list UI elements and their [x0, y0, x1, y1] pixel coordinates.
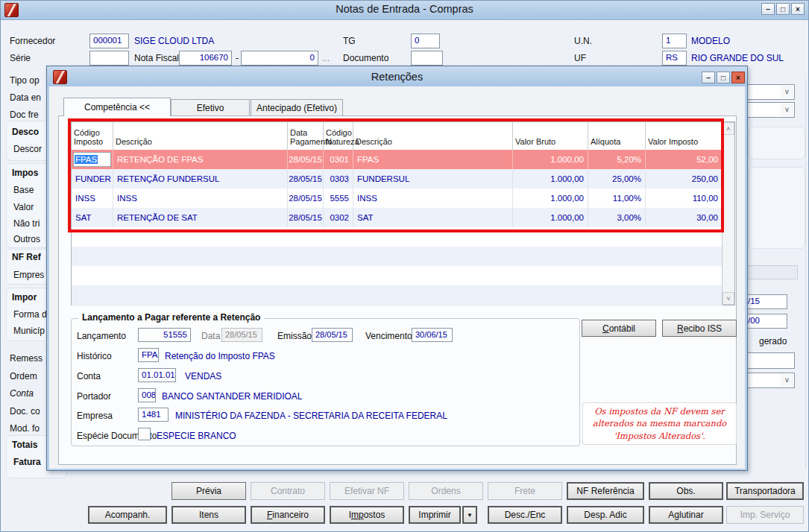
scroll-up-icon[interactable]: ˄	[723, 122, 734, 135]
empresa-desc: MINISTÉRIO DA FAZENDA - SECRETARIA DA RE…	[175, 411, 447, 421]
impostos-button[interactable]: Impostos	[330, 506, 404, 524]
vertical-scrollbar[interactable]: ˄ ˅	[722, 122, 734, 305]
cell-valor-bruto[interactable]: 1.000,00	[513, 208, 588, 227]
cell-valor-bruto[interactable]: 1.000,00	[513, 150, 588, 169]
cell-data-pagamento[interactable]: 28/05/15	[288, 169, 324, 189]
imprimir-dropdown-button[interactable]: ▼	[462, 506, 477, 524]
previa-button[interactable]: Prévia	[171, 482, 246, 500]
cell-data-pagamento[interactable]: 28/05/15	[288, 208, 324, 227]
cell-codigo-natureza[interactable]: 0302	[324, 208, 353, 227]
cell-descricao[interactable]: INSS	[113, 189, 288, 208]
nf-referencia-button[interactable]: NF Referência	[567, 482, 644, 500]
portador-code-field[interactable]: 008	[138, 388, 156, 402]
cell-valor-imposto[interactable]: 52,00	[646, 150, 723, 169]
nota-fiscal-field[interactable]: 106670	[179, 51, 232, 66]
un-field[interactable]: 1	[662, 34, 687, 48]
close-button[interactable]: ×	[791, 3, 805, 15]
especie-documento-box[interactable]	[138, 428, 151, 440]
itens-button[interactable]: Itens	[171, 506, 246, 524]
tg-label: TG	[343, 36, 356, 46]
recibo-iss-button[interactable]: Recibo ISS	[662, 320, 737, 337]
cell-valor-imposto[interactable]: 110,00	[646, 189, 723, 208]
cell-descricao-natureza[interactable]: INSS	[353, 189, 513, 208]
uf-field[interactable]: RS	[662, 51, 687, 66]
table-empty-row	[72, 266, 723, 286]
serie-field[interactable]	[89, 51, 129, 66]
tab-competencia[interactable]: Competência <<	[63, 98, 171, 116]
panel-divider	[805, 78, 806, 469]
cell-aliquota[interactable]: 11,00%	[588, 189, 646, 208]
emissao-field[interactable]: 28/05/15	[312, 328, 353, 342]
vencimento-field[interactable]: 30/06/15	[412, 328, 453, 342]
historico-code-field[interactable]: FPA	[138, 348, 159, 362]
cell-codigo-natureza[interactable]: 5555	[324, 189, 353, 208]
tab-antecipado[interactable]: Antecipado (Efetivo)	[251, 99, 343, 115]
imp-servico-button: Imp. Serviço	[726, 506, 804, 524]
fornecedor-code-field[interactable]: 000001	[89, 34, 129, 48]
cell-descricao[interactable]: RETENÇÃO DE FPAS	[113, 150, 288, 169]
desp-adic-button[interactable]: Desp. Adic	[567, 506, 644, 524]
aglutinar-button[interactable]: Aglutinar	[649, 506, 723, 524]
cell-aliquota[interactable]: 3,00%	[588, 208, 646, 227]
financeiro-button[interactable]: Financeiro	[251, 506, 325, 524]
cell-valor-imposto[interactable]: 30,00	[646, 208, 723, 227]
desc-enc-button[interactable]: Desc./Enc	[488, 506, 562, 524]
cell-codigo-natureza[interactable]: 0301	[324, 150, 353, 169]
cell-aliquota[interactable]: 5,20%	[588, 150, 646, 169]
nota-fiscal-ellipsis[interactable]: ...	[322, 53, 330, 63]
minimize-button[interactable]: –	[761, 3, 775, 15]
cell-edit-box[interactable]: FPAS	[73, 152, 111, 167]
conta-code-field[interactable]: 01.01.01	[138, 368, 176, 382]
column-header[interactable]: Código Imposto	[72, 122, 113, 150]
column-header[interactable]: Descrição	[353, 122, 513, 150]
cell-codigo[interactable]: SAT	[72, 208, 113, 227]
dialog-minimize-button[interactable]: –	[702, 72, 715, 83]
table-row[interactable]: FUNDER RETENÇÃO FUNDERSUL 28/05/15 0303 …	[72, 169, 723, 189]
nota-fiscal-suffix-field[interactable]: 0	[241, 51, 318, 66]
left-label: Doc. co	[10, 406, 40, 417]
cell-descricao[interactable]: RETENÇÃO FUNDERSUL	[113, 169, 288, 189]
documento-field[interactable]	[411, 51, 443, 66]
cell-codigo[interactable]: FPAS	[72, 150, 113, 169]
column-header[interactable]: Valor Imposto	[646, 122, 723, 150]
dialog-close-button[interactable]: ×	[731, 72, 745, 83]
cell-codigo-natureza[interactable]: 0303	[324, 169, 353, 189]
dialog-maximize-button[interactable]: □	[717, 72, 730, 83]
cell-codigo[interactable]: FUNDER	[72, 169, 113, 189]
cell-valor-imposto[interactable]: 250,00	[646, 169, 723, 189]
cell-valor-bruto[interactable]: 1.000,00	[513, 169, 588, 189]
maximize-button[interactable]: □	[776, 3, 790, 15]
cell-descricao[interactable]: RETENÇÃO DE SAT	[113, 208, 288, 227]
table-row-selected[interactable]: FPAS RETENÇÃO DE FPAS 28/05/15 0301 FPAS…	[72, 150, 723, 170]
column-header[interactable]: Data Pagamento	[288, 122, 324, 150]
combo-fragment[interactable]: ˅	[743, 102, 795, 118]
acompanh-button[interactable]: Acompanh.	[88, 506, 167, 524]
transportadora-button[interactable]: Transportadora	[726, 482, 804, 500]
table-row[interactable]: INSS INSS 28/05/15 5555 INSS 1.000,00 11…	[72, 189, 723, 209]
cell-valor-bruto[interactable]: 1.000,00	[513, 189, 588, 208]
dialog-title: Retenções	[47, 71, 747, 83]
column-header[interactable]: Descrição	[113, 122, 288, 150]
cell-descricao-natureza[interactable]: FPAS	[353, 150, 513, 169]
cell-descricao-natureza[interactable]: FUNDERSUL	[353, 169, 513, 189]
cell-codigo[interactable]: INSS	[72, 189, 113, 208]
tg-field[interactable]: 0	[411, 34, 440, 48]
column-header[interactable]: Código Natureza	[324, 122, 353, 150]
contabil-button[interactable]: Contábil	[582, 320, 656, 337]
lancamento-field[interactable]: 51555	[138, 328, 191, 342]
efetivar-nf-button: Efetivar NF	[330, 482, 404, 500]
column-header[interactable]: Alíquota	[588, 122, 646, 150]
cell-aliquota[interactable]: 25,00%	[588, 169, 646, 189]
cell-data-pagamento[interactable]: 28/05/15	[288, 189, 324, 208]
tab-efetivo[interactable]: Efetivo	[171, 99, 250, 115]
obs-button[interactable]: Obs.	[649, 482, 723, 500]
documento-label: Documento	[343, 53, 388, 63]
column-header[interactable]: Valor Bruto	[513, 122, 588, 150]
cell-descricao-natureza[interactable]: SAT	[353, 208, 513, 227]
scroll-down-icon[interactable]: ˅	[723, 292, 734, 305]
table-row[interactable]: SAT RETENÇÃO DE SAT 28/05/15 0302 SAT 1.…	[72, 208, 723, 228]
empresa-code-field[interactable]: 1481	[138, 408, 169, 422]
combo-fragment[interactable]: ˅	[743, 84, 795, 100]
cell-data-pagamento[interactable]: 28/05/15	[288, 150, 324, 169]
imprimir-button[interactable]: Imprimir	[409, 506, 461, 524]
